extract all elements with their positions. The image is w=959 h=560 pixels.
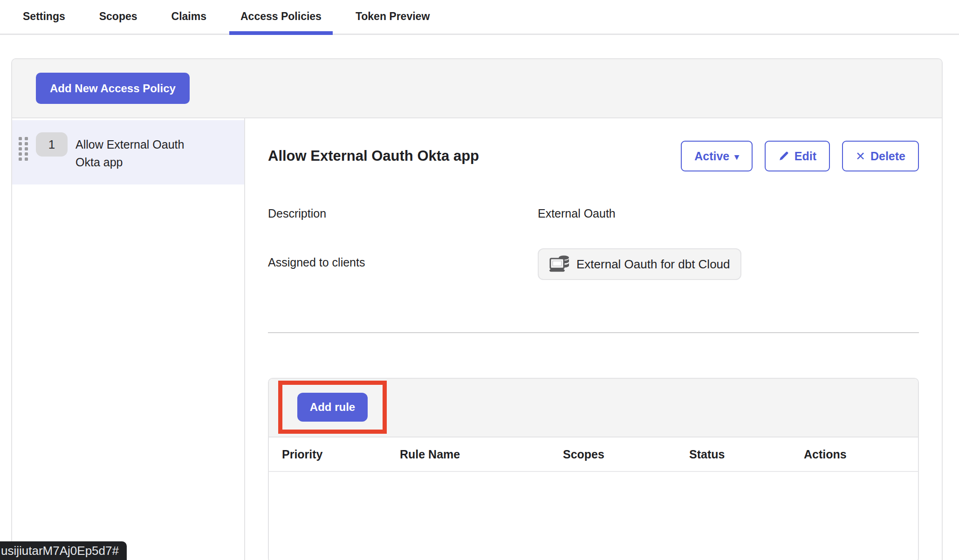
policy-status-label: Active [694, 150, 729, 163]
tab-access-policies[interactable]: Access Policies [229, 0, 333, 35]
tab-scopes[interactable]: Scopes [88, 0, 149, 35]
assigned-client-chip: External Oauth for dbt Cloud [538, 248, 741, 280]
column-header-priority: Priority [282, 448, 400, 461]
policy-title: Allow External Oauth Okta app [268, 148, 479, 164]
access-policies-panel: Add New Access Policy 1 Allow External O… [11, 58, 943, 560]
tab-token-preview[interactable]: Token Preview [344, 0, 441, 35]
pencil-icon [778, 150, 789, 162]
description-label: Description [268, 199, 538, 220]
assigned-client-name: External Oauth for dbt Cloud [576, 257, 730, 272]
delete-button-label: Delete [870, 150, 905, 163]
edit-button-label: Edit [795, 150, 816, 163]
drag-handle-icon[interactable] [19, 137, 28, 161]
rules-table-card: Add rule Priority Rule Name Scopes Statu… [268, 378, 919, 560]
policy-list-item[interactable]: 1 Allow External Oauth Okta app [12, 120, 244, 184]
tab-settings[interactable]: Settings [12, 0, 76, 35]
policy-action-buttons: Active ▾ Edit ✕ Delete [681, 141, 919, 171]
client-app-icon [549, 254, 570, 274]
rules-table-empty-body [269, 472, 918, 560]
policy-detail-pane: Allow External Oauth Okta app Active ▾ E… [245, 118, 942, 560]
tab-bar: Settings Scopes Claims Access Policies T… [0, 0, 959, 35]
add-rule-button[interactable]: Add rule [297, 393, 368, 422]
tab-claims[interactable]: Claims [160, 0, 218, 35]
link-preview-statusbar: usijiutarM7Aj0Ep5d7# [0, 541, 127, 560]
rules-table-header-row: Priority Rule Name Scopes Status Actions [269, 437, 918, 472]
chevron-down-icon: ▾ [734, 151, 739, 162]
column-header-status: Status [689, 448, 804, 461]
description-value: External Oauth [538, 199, 919, 220]
assigned-to-clients-label: Assigned to clients [268, 248, 538, 269]
column-header-scopes: Scopes [563, 448, 689, 461]
policy-priority-badge: 1 [36, 132, 68, 157]
delete-policy-button[interactable]: ✕ Delete [842, 141, 919, 171]
edit-policy-button[interactable]: Edit [765, 141, 830, 171]
section-divider [268, 332, 919, 333]
policy-name-label: Allow External Oauth Okta app [75, 132, 211, 171]
rules-toolbar: Add rule [269, 379, 918, 437]
policy-list-sidebar: 1 Allow External Oauth Okta app [12, 118, 245, 560]
column-header-actions: Actions [804, 448, 918, 461]
column-header-rule-name: Rule Name [400, 448, 563, 461]
panel-toolbar: Add New Access Policy [12, 59, 942, 118]
policy-status-dropdown[interactable]: Active ▾ [681, 141, 753, 171]
x-icon: ✕ [856, 150, 865, 163]
annotation-highlight-box: Add rule [278, 381, 387, 434]
add-new-access-policy-button[interactable]: Add New Access Policy [36, 73, 190, 104]
